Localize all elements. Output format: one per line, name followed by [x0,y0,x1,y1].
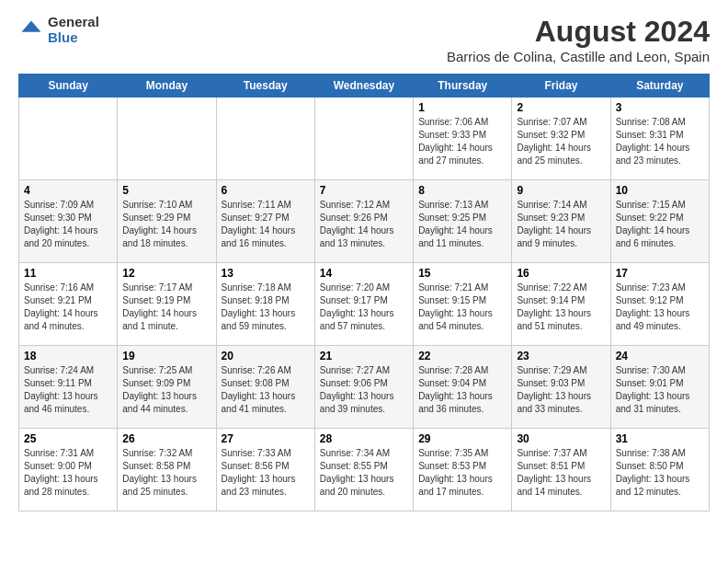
day-info: Sunrise: 7:38 AM Sunset: 8:50 PM Dayligh… [616,447,704,499]
day-number: 17 [616,267,704,280]
calendar-cell: 18Sunrise: 7:24 AM Sunset: 9:11 PM Dayli… [19,346,118,429]
calendar-cell: 22Sunrise: 7:28 AM Sunset: 9:04 PM Dayli… [414,346,512,429]
day-number: 5 [122,184,210,197]
day-number: 7 [320,184,408,197]
calendar-cell: 3Sunrise: 7:08 AM Sunset: 9:31 PM Daylig… [610,98,709,180]
day-info: Sunrise: 7:21 AM Sunset: 9:15 PM Dayligh… [418,282,506,333]
day-number: 6 [222,184,310,197]
calendar-cell: 20Sunrise: 7:26 AM Sunset: 9:08 PM Dayli… [216,346,314,429]
calendar-cell: 14Sunrise: 7:20 AM Sunset: 9:17 PM Dayli… [314,263,413,346]
day-info: Sunrise: 7:29 AM Sunset: 9:03 PM Dayligh… [517,364,605,416]
calendar-cell: 30Sunrise: 7:37 AM Sunset: 8:51 PM Dayli… [512,429,610,511]
day-info: Sunrise: 7:32 AM Sunset: 8:58 PM Dayligh… [122,447,210,499]
day-info: Sunrise: 7:08 AM Sunset: 9:31 PM Dayligh… [616,116,704,167]
weekday-header-friday: Friday [512,75,610,98]
calendar-body: 1Sunrise: 7:06 AM Sunset: 9:33 PM Daylig… [19,98,710,511]
day-info: Sunrise: 7:35 AM Sunset: 8:53 PM Dayligh… [418,447,506,499]
day-number: 9 [517,184,605,197]
day-number: 27 [222,432,310,445]
calendar-cell: 7Sunrise: 7:12 AM Sunset: 9:26 PM Daylig… [314,180,413,263]
calendar-cell: 6Sunrise: 7:11 AM Sunset: 9:27 PM Daylig… [216,180,314,263]
calendar-cell: 25Sunrise: 7:31 AM Sunset: 9:00 PM Dayli… [19,429,118,511]
weekday-header-wednesday: Wednesday [314,75,413,98]
day-number: 22 [418,350,506,362]
day-info: Sunrise: 7:30 AM Sunset: 9:01 PM Dayligh… [616,364,704,416]
calendar-table: SundayMondayTuesdayWednesdayThursdayFrid… [18,74,710,511]
calendar-cell: 27Sunrise: 7:33 AM Sunset: 8:56 PM Dayli… [216,429,314,511]
day-info: Sunrise: 7:20 AM Sunset: 9:17 PM Dayligh… [320,282,408,333]
day-info: Sunrise: 7:13 AM Sunset: 9:25 PM Dayligh… [418,199,506,250]
day-info: Sunrise: 7:17 AM Sunset: 9:19 PM Dayligh… [122,282,210,333]
calendar-cell: 13Sunrise: 7:18 AM Sunset: 9:18 PM Dayli… [216,263,314,346]
day-info: Sunrise: 7:28 AM Sunset: 9:04 PM Dayligh… [418,364,506,416]
weekday-header-thursday: Thursday [414,75,512,98]
day-number: 11 [24,267,112,280]
calendar-cell: 17Sunrise: 7:23 AM Sunset: 9:12 PM Dayli… [610,263,709,346]
day-info: Sunrise: 7:33 AM Sunset: 8:56 PM Dayligh… [222,447,310,499]
day-info: Sunrise: 7:09 AM Sunset: 9:30 PM Dayligh… [24,199,112,250]
calendar-cell: 10Sunrise: 7:15 AM Sunset: 9:22 PM Dayli… [610,180,709,263]
day-number: 26 [122,432,210,445]
day-info: Sunrise: 7:18 AM Sunset: 9:18 PM Dayligh… [222,282,310,333]
day-number: 15 [418,267,506,280]
day-number: 8 [418,184,506,197]
calendar-cell: 23Sunrise: 7:29 AM Sunset: 9:03 PM Dayli… [512,346,610,429]
calendar-header: SundayMondayTuesdayWednesdayThursdayFrid… [19,75,710,98]
day-info: Sunrise: 7:24 AM Sunset: 9:11 PM Dayligh… [24,364,112,416]
day-info: Sunrise: 7:23 AM Sunset: 9:12 PM Dayligh… [616,282,704,333]
logo: General Blue [18,15,99,45]
page-header: General Blue August 2024 Barrios de Coli… [18,15,710,64]
calendar-cell: 16Sunrise: 7:22 AM Sunset: 9:14 PM Dayli… [512,263,610,346]
calendar-cell: 29Sunrise: 7:35 AM Sunset: 8:53 PM Dayli… [414,429,512,511]
calendar-cell: 11Sunrise: 7:16 AM Sunset: 9:21 PM Dayli… [19,263,118,346]
calendar-cell: 15Sunrise: 7:21 AM Sunset: 9:15 PM Dayli… [414,263,512,346]
calendar-title: August 2024 [447,15,710,49]
day-number: 18 [24,350,112,362]
day-info: Sunrise: 7:27 AM Sunset: 9:06 PM Dayligh… [320,364,408,416]
day-number: 30 [517,432,605,445]
calendar-cell [216,98,314,180]
logo-icon [18,17,44,43]
calendar-cell [19,98,118,180]
calendar-cell: 19Sunrise: 7:25 AM Sunset: 9:09 PM Dayli… [118,346,216,429]
weekday-header-tuesday: Tuesday [216,75,314,98]
day-number: 3 [616,101,704,114]
day-info: Sunrise: 7:31 AM Sunset: 9:00 PM Dayligh… [24,447,112,499]
day-number: 31 [616,432,704,445]
calendar-cell: 26Sunrise: 7:32 AM Sunset: 8:58 PM Dayli… [118,429,216,511]
day-number: 12 [122,267,210,280]
day-number: 2 [517,101,605,114]
day-info: Sunrise: 7:06 AM Sunset: 9:33 PM Dayligh… [418,116,506,167]
day-number: 13 [222,267,310,280]
calendar-week-4: 18Sunrise: 7:24 AM Sunset: 9:11 PM Dayli… [19,346,710,429]
day-info: Sunrise: 7:16 AM Sunset: 9:21 PM Dayligh… [24,282,112,333]
calendar-cell: 21Sunrise: 7:27 AM Sunset: 9:06 PM Dayli… [314,346,413,429]
title-block: August 2024 Barrios de Colina, Castille … [447,15,710,64]
calendar-week-2: 4Sunrise: 7:09 AM Sunset: 9:30 PM Daylig… [19,180,710,263]
day-info: Sunrise: 7:37 AM Sunset: 8:51 PM Dayligh… [517,447,605,499]
weekday-header-row: SundayMondayTuesdayWednesdayThursdayFrid… [19,75,710,98]
day-info: Sunrise: 7:12 AM Sunset: 9:26 PM Dayligh… [320,199,408,250]
weekday-header-sunday: Sunday [19,75,118,98]
day-info: Sunrise: 7:11 AM Sunset: 9:27 PM Dayligh… [222,199,310,250]
calendar-cell: 2Sunrise: 7:07 AM Sunset: 9:32 PM Daylig… [512,98,610,180]
logo-general: General [48,15,99,30]
weekday-header-saturday: Saturday [610,75,709,98]
day-number: 20 [222,350,310,362]
calendar-cell: 8Sunrise: 7:13 AM Sunset: 9:25 PM Daylig… [414,180,512,263]
day-info: Sunrise: 7:14 AM Sunset: 9:23 PM Dayligh… [517,199,605,250]
day-number: 24 [616,350,704,362]
calendar-cell [314,98,413,180]
day-number: 16 [517,267,605,280]
day-number: 1 [418,101,506,114]
day-number: 29 [418,432,506,445]
day-info: Sunrise: 7:15 AM Sunset: 9:22 PM Dayligh… [616,199,704,250]
day-number: 28 [320,432,408,445]
day-info: Sunrise: 7:07 AM Sunset: 9:32 PM Dayligh… [517,116,605,167]
svg-marker-0 [22,20,41,31]
day-number: 4 [24,184,112,197]
logo-text: General Blue [48,15,99,45]
calendar-cell: 9Sunrise: 7:14 AM Sunset: 9:23 PM Daylig… [512,180,610,263]
day-number: 25 [24,432,112,445]
calendar-cell: 1Sunrise: 7:06 AM Sunset: 9:33 PM Daylig… [414,98,512,180]
